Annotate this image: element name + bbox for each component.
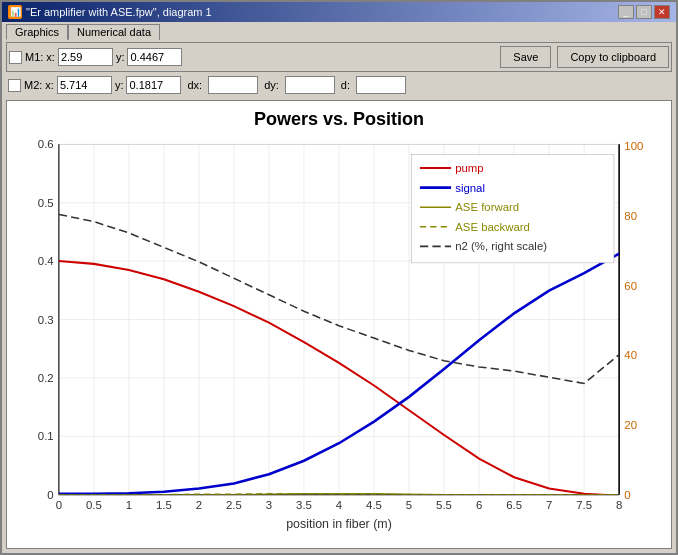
- m2-group: M2: x: y:: [8, 76, 181, 94]
- tab-numerical[interactable]: Numerical data: [68, 24, 160, 40]
- chart-area: Powers vs. Position: [6, 100, 672, 549]
- svg-text:1.5: 1.5: [156, 499, 172, 511]
- dy-label: dy:: [264, 79, 279, 91]
- svg-text:4.5: 4.5: [366, 499, 382, 511]
- svg-text:0.1: 0.1: [38, 430, 54, 442]
- controls-row-2: M2: x: y: dx: dy: d:: [6, 74, 672, 96]
- tab-graphics[interactable]: Graphics: [6, 24, 68, 40]
- svg-text:7.5: 7.5: [576, 499, 592, 511]
- m2-y-label: y:: [115, 79, 124, 91]
- svg-text:5.5: 5.5: [436, 499, 452, 511]
- chart-title: Powers vs. Position: [7, 101, 671, 134]
- dx-input[interactable]: [208, 76, 258, 94]
- svg-text:0: 0: [624, 489, 630, 501]
- title-bar: 📊 "Er amplifier with ASE.fpw", diagram 1…: [2, 2, 676, 22]
- main-window: 📊 "Er amplifier with ASE.fpw", diagram 1…: [0, 0, 678, 555]
- minimize-button[interactable]: _: [618, 5, 634, 19]
- svg-text:6.5: 6.5: [506, 499, 522, 511]
- m1-x-label: x:: [46, 51, 55, 63]
- window-title: "Er amplifier with ASE.fpw", diagram 1: [26, 6, 212, 18]
- svg-text:5: 5: [406, 499, 412, 511]
- app-icon: 📊: [8, 5, 22, 19]
- svg-text:2: 2: [196, 499, 202, 511]
- svg-text:0.5: 0.5: [38, 197, 54, 209]
- svg-text:80: 80: [624, 210, 637, 222]
- dx-label: dx:: [187, 79, 202, 91]
- m1-label: M1:: [25, 51, 43, 63]
- m2-x-input[interactable]: [57, 76, 112, 94]
- legend-pump: pump: [455, 162, 484, 174]
- svg-text:6: 6: [476, 499, 482, 511]
- x-axis-label: position in fiber (m): [286, 517, 392, 531]
- svg-text:0.6: 0.6: [38, 138, 54, 150]
- svg-text:60: 60: [624, 280, 637, 292]
- svg-text:0.2: 0.2: [38, 372, 54, 384]
- toolbar: Graphics Numerical data M1: x: y: Save C…: [2, 22, 676, 98]
- m1-y-input[interactable]: [127, 48, 182, 66]
- save-button[interactable]: Save: [500, 46, 551, 68]
- svg-text:8: 8: [616, 499, 622, 511]
- svg-text:100: 100: [624, 140, 643, 152]
- legend-n2: n2 (%, right scale): [455, 241, 547, 253]
- svg-text:20: 20: [624, 419, 637, 431]
- m2-label: M2:: [24, 79, 42, 91]
- controls-row-1: M1: x: y: Save Copy to clipboard: [6, 42, 672, 72]
- title-bar-buttons: _ □ ✕: [618, 5, 670, 19]
- svg-text:7: 7: [546, 499, 552, 511]
- svg-text:4: 4: [336, 499, 342, 511]
- chart-container: 0 0.5 1 1.5 2 2.5 3 3.5 4 4.5 5 5.5 6 6.…: [7, 134, 671, 536]
- m1-x-input[interactable]: [58, 48, 113, 66]
- copy-clipboard-button[interactable]: Copy to clipboard: [557, 46, 669, 68]
- legend-ase-forward: ASE forward: [455, 201, 519, 213]
- svg-text:0.5: 0.5: [86, 499, 102, 511]
- m2-x-label: x:: [45, 79, 54, 91]
- svg-text:3.5: 3.5: [296, 499, 312, 511]
- svg-text:2.5: 2.5: [226, 499, 242, 511]
- chart-svg: 0 0.5 1 1.5 2 2.5 3 3.5 4 4.5 5 5.5 6 6.…: [7, 134, 671, 536]
- svg-text:1: 1: [126, 499, 132, 511]
- tab-row: Graphics Numerical data: [6, 24, 672, 40]
- maximize-button[interactable]: □: [636, 5, 652, 19]
- svg-text:0: 0: [56, 499, 62, 511]
- svg-text:0.4: 0.4: [38, 255, 54, 267]
- m2-checkbox[interactable]: [8, 79, 21, 92]
- svg-text:0.3: 0.3: [38, 314, 54, 326]
- svg-text:3: 3: [266, 499, 272, 511]
- d-label: d:: [341, 79, 350, 91]
- m1-y-label: y:: [116, 51, 125, 63]
- close-button[interactable]: ✕: [654, 5, 670, 19]
- dy-input[interactable]: [285, 76, 335, 94]
- svg-text:0: 0: [47, 489, 53, 501]
- legend-ase-backward: ASE backward: [455, 221, 530, 233]
- d-input[interactable]: [356, 76, 406, 94]
- m1-group: M1: x: y:: [9, 48, 182, 66]
- m1-checkbox[interactable]: [9, 51, 22, 64]
- svg-text:40: 40: [624, 349, 637, 361]
- title-bar-title-group: 📊 "Er amplifier with ASE.fpw", diagram 1: [8, 5, 212, 19]
- m2-y-input[interactable]: [126, 76, 181, 94]
- legend-signal: signal: [455, 182, 485, 194]
